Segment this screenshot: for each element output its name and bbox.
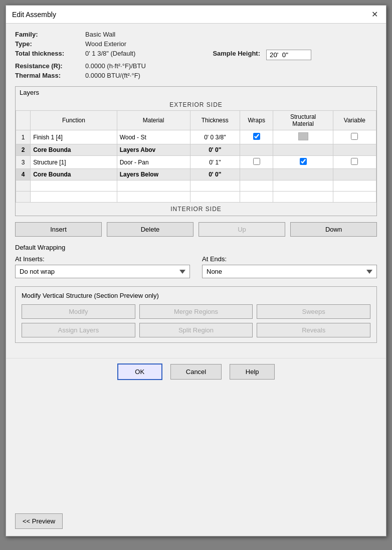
ok-button[interactable]: OK	[117, 363, 162, 380]
reveals-button[interactable]: Reveals	[257, 323, 370, 337]
row-thickness: 0' 1"	[190, 156, 240, 169]
empty-cell	[273, 192, 333, 203]
row-function: Structure [1]	[31, 156, 117, 169]
layer-action-buttons: Insert Delete Up Down	[15, 222, 377, 237]
row-material: Layers Below	[117, 169, 190, 180]
help-button[interactable]: Help	[230, 364, 275, 380]
layers-section: Layers EXTERIOR SIDE Function Material T…	[15, 86, 377, 216]
thermal-label: Thermal Mass:	[15, 72, 85, 79]
at-ends-select[interactable]: None Exterior Interior Both	[202, 265, 377, 278]
col-variable: Variable	[333, 111, 376, 130]
sample-height-input[interactable]	[266, 50, 311, 60]
empty-cell	[16, 192, 31, 203]
empty-cell	[117, 192, 190, 203]
row-thickness: 0' 0"	[190, 144, 240, 156]
structural-gray-indicator	[298, 132, 308, 140]
empty-cell	[273, 180, 333, 192]
empty-cell	[117, 180, 190, 192]
row-wraps	[240, 169, 273, 180]
col-function: Function	[31, 111, 117, 130]
row-function: Core Bounda	[31, 144, 117, 156]
row-function: Finish 1 [4]	[31, 130, 117, 144]
row-thickness: 0' 0"	[190, 169, 240, 180]
row-structural	[273, 144, 333, 156]
row-structural	[273, 169, 333, 180]
variable-checkbox[interactable]	[351, 133, 358, 140]
layers-label: Layers	[16, 87, 376, 98]
row-variable[interactable]	[333, 156, 376, 169]
sweeps-button[interactable]: Sweeps	[257, 304, 370, 319]
row-variable	[333, 169, 376, 180]
row-structural[interactable]	[273, 156, 333, 169]
modify-button[interactable]: Modify	[22, 304, 135, 319]
empty-cell	[190, 192, 240, 203]
insert-button[interactable]: Insert	[15, 222, 102, 237]
table-row[interactable]: 4Core BoundaLayers Below0' 0"	[16, 169, 376, 180]
row-num: 3	[16, 156, 31, 169]
at-ends-label: At Ends:	[202, 255, 377, 263]
row-num: 4	[16, 169, 31, 180]
resistance-value: 0.0000 (h·ft²·°F)/BTU	[85, 62, 196, 70]
close-button[interactable]: ✕	[369, 10, 380, 19]
resistance-label: Resistance (R):	[15, 62, 85, 70]
thickness-value: 0' 1 3/8" (Default)	[85, 50, 196, 60]
empty-cell	[16, 180, 31, 192]
type-value: Wood Exterior	[85, 40, 196, 48]
structural-checkbox[interactable]	[300, 158, 307, 165]
row-thickness: 0' 0 3/8"	[190, 130, 240, 144]
table-row-empty	[16, 180, 376, 192]
preview-button[interactable]: << Preview	[15, 513, 63, 529]
empty-cell	[240, 192, 273, 203]
wraps-checkbox[interactable]	[253, 133, 260, 140]
title-bar: Edit Assembly ✕	[6, 6, 386, 24]
assign-layers-button[interactable]: Assign Layers	[22, 323, 135, 337]
layers-table: Function Material Thickness Wraps Struct…	[16, 110, 376, 203]
col-thickness: Thickness	[190, 111, 240, 130]
table-row[interactable]: 2Core BoundaLayers Abov0' 0"	[16, 144, 376, 156]
dialog-title: Edit Assembly	[12, 11, 56, 19]
up-button[interactable]: Up	[199, 222, 285, 237]
col-structural: StructuralMaterial	[273, 111, 333, 130]
empty-cell	[333, 192, 376, 203]
sample-height-label: Sample Height:	[196, 50, 266, 60]
table-row-empty	[16, 192, 376, 203]
row-structural[interactable]	[273, 130, 333, 144]
at-inserts-label: At Inserts:	[15, 255, 190, 263]
merge-regions-button[interactable]: Merge Regions	[139, 304, 253, 319]
empty-cell	[190, 180, 240, 192]
col-num	[16, 111, 31, 130]
wrapping-title: Default Wrapping	[15, 244, 377, 251]
cancel-button[interactable]: Cancel	[170, 364, 222, 380]
split-region-button[interactable]: Split Region	[139, 323, 253, 337]
bottom-bar: OK Cancel Help	[6, 358, 386, 385]
down-button[interactable]: Down	[290, 222, 377, 237]
row-wraps[interactable]	[240, 130, 273, 144]
table-row[interactable]: 1Finish 1 [4]Wood - St0' 0 3/8"	[16, 130, 376, 144]
empty-cell	[333, 180, 376, 192]
interior-side-label: INTERIOR SIDE	[16, 203, 376, 216]
modify-title: Modify Vertical Structure (Section Previ…	[22, 292, 370, 299]
row-num: 2	[16, 144, 31, 156]
family-value: Basic Wall	[85, 31, 196, 38]
empty-cell	[31, 180, 117, 192]
type-label: Type:	[15, 40, 85, 48]
row-variable	[333, 144, 376, 156]
row-material: Layers Abov	[117, 144, 190, 156]
exterior-side-label: EXTERIOR SIDE	[16, 98, 376, 110]
row-material: Door - Pan	[117, 156, 190, 169]
col-wraps: Wraps	[240, 111, 273, 130]
thermal-value: 0.0000 BTU/(ft²·°F)	[85, 72, 196, 79]
row-material: Wood - St	[117, 130, 190, 144]
delete-button[interactable]: Delete	[107, 222, 193, 237]
row-wraps	[240, 144, 273, 156]
row-wraps[interactable]	[240, 156, 273, 169]
at-inserts-select[interactable]: Do not wrap Exterior Interior Both	[15, 265, 190, 278]
table-row[interactable]: 3Structure [1]Door - Pan0' 1"	[16, 156, 376, 169]
modify-buttons: Modify Merge Regions Sweeps Assign Layer…	[22, 304, 370, 337]
thickness-label: Total thickness:	[15, 50, 85, 60]
row-variable[interactable]	[333, 130, 376, 144]
row-function: Core Bounda	[31, 169, 117, 180]
variable-checkbox[interactable]	[351, 158, 358, 165]
wrapping-section: Default Wrapping At Inserts: Do not wrap…	[15, 244, 377, 278]
wraps-checkbox[interactable]	[253, 158, 260, 165]
